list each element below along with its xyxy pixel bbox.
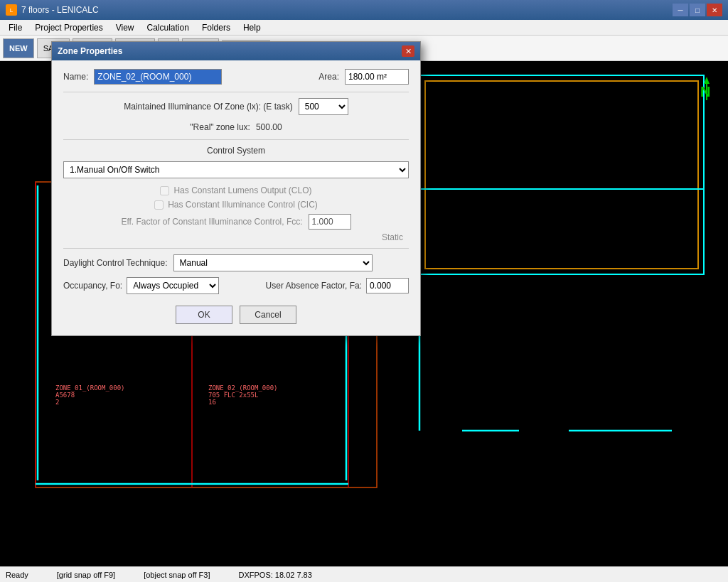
- daylight-label: Daylight Control Technique:: [63, 258, 168, 268]
- cic-checkbox[interactable]: [154, 200, 164, 210]
- eff-factor-row: Eff. Factor of Constant Illuminance Cont…: [63, 214, 409, 230]
- clo-label: Has Constant Lumens Output (CLO): [173, 185, 311, 195]
- occupancy-label: Occupancy, Fo:: [63, 281, 122, 291]
- dialog-close-button[interactable]: ✕: [402, 45, 414, 57]
- area-input[interactable]: [345, 69, 409, 85]
- dialog-overlay: Zone Properties ✕ Name: Area: Maintained…: [0, 0, 728, 582]
- dialog-buttons: OK Cancel: [63, 306, 409, 327]
- clo-row: Has Constant Lumens Output (CLO): [63, 185, 409, 195]
- eff-label: Eff. Factor of Constant Illuminance Cont…: [121, 217, 302, 227]
- daylight-select[interactable]: Manual Automatic Sensor-based: [173, 254, 373, 271]
- real-lux-label: "Real" zone lux:: [190, 122, 250, 132]
- name-area-row: Name: Area:: [63, 69, 409, 85]
- clo-checkbox[interactable]: [160, 186, 169, 195]
- control-system-title: Control System: [63, 146, 409, 156]
- cic-row: Has Constant Illuminance Control (CIC): [63, 200, 409, 210]
- real-lux-value: 500.00: [256, 122, 282, 132]
- real-lux-row: "Real" zone lux: 500.00: [63, 122, 409, 132]
- illuminance-row: Maintained Illuminance Of Zone (lx): (E …: [63, 98, 409, 115]
- occupancy-select[interactable]: Always Occupied Intermittent Rarely Occu…: [127, 277, 219, 294]
- control-system-select[interactable]: 1.Manual On/Off Switch 2.Automatic On/Of…: [63, 161, 409, 178]
- name-input[interactable]: [94, 69, 222, 85]
- daylight-row: Daylight Control Technique: Manual Autom…: [63, 254, 409, 271]
- dialog-titlebar: Zone Properties ✕: [52, 42, 420, 60]
- name-label: Name:: [63, 72, 88, 82]
- eff-input[interactable]: [309, 214, 351, 230]
- absence-input[interactable]: [366, 278, 409, 293]
- illuminance-label: Maintained Illuminance Of Zone (lx): (E …: [124, 102, 292, 112]
- illuminance-select[interactable]: 500 300 750 1000: [299, 98, 348, 115]
- cancel-button[interactable]: Cancel: [240, 306, 296, 324]
- zone-properties-dialog: Zone Properties ✕ Name: Area: Maintained…: [51, 41, 421, 336]
- occupancy-row: Occupancy, Fo: Always Occupied Intermitt…: [63, 277, 409, 294]
- dialog-content: Name: Area: Maintained Illuminance Of Zo…: [52, 60, 420, 335]
- dialog-title: Zone Properties: [58, 46, 122, 56]
- absence-label: User Absence Factor, Fa:: [266, 281, 362, 291]
- static-label: Static: [63, 232, 409, 242]
- ok-button[interactable]: OK: [176, 306, 232, 324]
- area-label: Area:: [318, 72, 339, 82]
- cic-label: Has Constant Illuminance Control (CIC): [168, 200, 318, 210]
